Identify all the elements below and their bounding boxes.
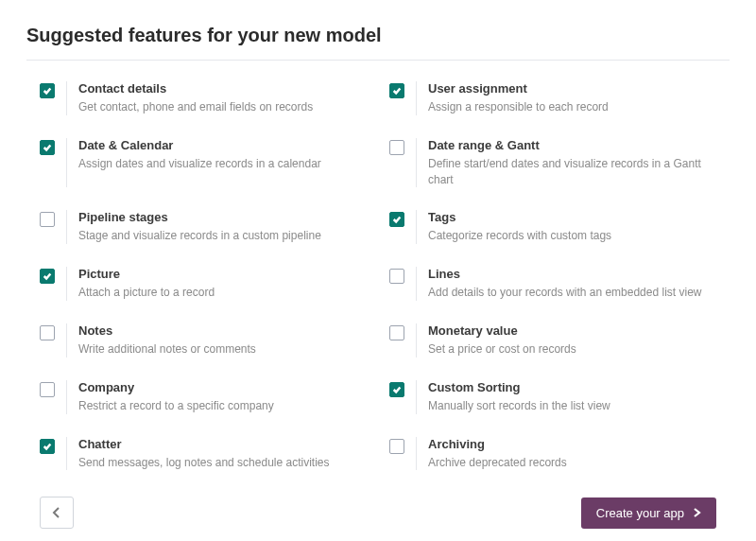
feature-label: Contact details bbox=[78, 81, 367, 96]
page-title: Suggested features for your new model bbox=[26, 25, 730, 46]
feature-text: User assignmentAssign a responsible to e… bbox=[428, 81, 716, 115]
feature-label: Custom Sorting bbox=[428, 380, 716, 394]
feature-desc: Set a price or cost on records bbox=[428, 341, 716, 358]
features-grid: Contact detailsGet contact, phone and em… bbox=[26, 81, 730, 470]
feature-chatter: ChatterSend messages, log notes and sche… bbox=[40, 437, 367, 471]
create-app-button[interactable]: Create your app bbox=[581, 497, 716, 529]
checkbox-user-assignment[interactable] bbox=[389, 83, 404, 98]
checkbox-lines[interactable] bbox=[389, 269, 404, 284]
separator bbox=[416, 380, 417, 414]
checkbox-notes[interactable] bbox=[40, 325, 55, 340]
feature-pipeline-stages: Pipeline stagesStage and visualize recor… bbox=[40, 210, 367, 244]
check-icon bbox=[43, 442, 52, 451]
check-icon bbox=[43, 143, 52, 152]
create-app-label: Create your app bbox=[596, 506, 684, 520]
footer: Create your app bbox=[26, 497, 730, 541]
checkbox-company[interactable] bbox=[40, 382, 55, 397]
feature-notes: NotesWrite additional notes or comments bbox=[40, 323, 367, 358]
checkbox-picture[interactable] bbox=[40, 269, 55, 284]
feature-text: NotesWrite additional notes or comments bbox=[78, 323, 367, 358]
feature-desc: Attach a picture to a record bbox=[78, 285, 367, 301]
feature-desc: Send messages, log notes and schedule ac… bbox=[78, 455, 367, 471]
check-icon bbox=[392, 86, 402, 96]
feature-label: Monetary value bbox=[428, 323, 716, 338]
feature-desc: Assign a responsible to each record bbox=[428, 99, 716, 115]
feature-label: User assignment bbox=[428, 81, 716, 96]
feature-text: Date & CalendarAssign dates and visualiz… bbox=[78, 138, 367, 172]
separator bbox=[416, 323, 417, 358]
feature-text: CompanyRestrict a record to a specific c… bbox=[78, 380, 367, 414]
back-button[interactable] bbox=[40, 497, 74, 529]
feature-desc: Stage and visualize records in a custom … bbox=[78, 228, 367, 244]
feature-text: Contact detailsGet contact, phone and em… bbox=[78, 81, 367, 115]
feature-custom-sorting: Custom SortingManually sort records in t… bbox=[389, 380, 716, 414]
checkbox-date-calendar[interactable] bbox=[40, 140, 55, 155]
feature-user-assignment: User assignmentAssign a responsible to e… bbox=[389, 81, 716, 115]
feature-text: Pipeline stagesStage and visualize recor… bbox=[78, 210, 367, 244]
feature-label: Chatter bbox=[78, 437, 367, 451]
feature-label: Pipeline stages bbox=[78, 210, 367, 224]
divider bbox=[26, 60, 730, 61]
feature-picture: PictureAttach a picture to a record bbox=[40, 267, 367, 301]
feature-desc: Archive deprecated records bbox=[428, 455, 716, 471]
checkbox-chatter[interactable] bbox=[40, 439, 55, 454]
feature-desc: Add details to your records with an embe… bbox=[428, 285, 716, 301]
separator bbox=[416, 437, 417, 471]
separator bbox=[66, 380, 67, 414]
separator bbox=[416, 81, 417, 115]
feature-text: PictureAttach a picture to a record bbox=[78, 267, 367, 301]
feature-date-range-gantt: Date range & GanttDefine start/end dates… bbox=[389, 138, 716, 188]
separator bbox=[416, 267, 417, 301]
feature-text: Custom SortingManually sort records in t… bbox=[428, 380, 716, 414]
separator bbox=[66, 267, 67, 301]
feature-label: Lines bbox=[428, 267, 716, 281]
feature-desc: Define start/end dates and visualize rec… bbox=[428, 156, 716, 188]
chevron-right-icon bbox=[694, 508, 701, 517]
feature-label: Company bbox=[78, 380, 367, 394]
feature-text: ArchivingArchive deprecated records bbox=[428, 437, 716, 471]
feature-desc: Categorize records with custom tags bbox=[428, 228, 716, 244]
feature-monetary-value: Monetary valueSet a price or cost on rec… bbox=[389, 323, 716, 358]
checkbox-tags[interactable] bbox=[389, 212, 404, 227]
checkbox-custom-sorting[interactable] bbox=[389, 382, 404, 397]
feature-text: ChatterSend messages, log notes and sche… bbox=[78, 437, 367, 471]
feature-company: CompanyRestrict a record to a specific c… bbox=[40, 380, 367, 414]
feature-label: Date range & Gantt bbox=[428, 138, 716, 152]
feature-text: Date range & GanttDefine start/end dates… bbox=[428, 138, 716, 188]
feature-label: Notes bbox=[78, 323, 367, 338]
checkbox-archiving[interactable] bbox=[389, 439, 404, 454]
chevron-left-icon bbox=[52, 507, 61, 518]
separator bbox=[66, 138, 67, 188]
feature-label: Picture bbox=[78, 267, 367, 281]
separator bbox=[66, 210, 67, 244]
separator bbox=[66, 81, 67, 115]
check-icon bbox=[43, 271, 52, 281]
feature-contact-details: Contact detailsGet contact, phone and em… bbox=[40, 81, 367, 115]
checkbox-monetary-value[interactable] bbox=[389, 325, 404, 340]
checkbox-pipeline-stages[interactable] bbox=[40, 212, 55, 227]
checkbox-date-range-gantt[interactable] bbox=[389, 140, 404, 155]
feature-desc: Manually sort records in the list view bbox=[428, 398, 716, 414]
separator bbox=[416, 138, 417, 188]
feature-lines: LinesAdd details to your records with an… bbox=[389, 267, 716, 301]
feature-text: LinesAdd details to your records with an… bbox=[428, 267, 716, 301]
feature-desc: Restrict a record to a specific company bbox=[78, 398, 367, 414]
feature-label: Tags bbox=[428, 210, 716, 224]
checkbox-contact-details[interactable] bbox=[40, 83, 55, 98]
feature-archiving: ArchivingArchive deprecated records bbox=[389, 437, 716, 471]
check-icon bbox=[392, 385, 402, 394]
separator bbox=[66, 323, 67, 358]
feature-label: Archiving bbox=[428, 437, 716, 451]
separator bbox=[416, 210, 417, 244]
check-icon bbox=[43, 86, 52, 96]
feature-text: TagsCategorize records with custom tags bbox=[428, 210, 716, 244]
feature-tags: TagsCategorize records with custom tags bbox=[389, 210, 716, 244]
feature-desc: Assign dates and visualize records in a … bbox=[78, 156, 367, 172]
feature-label: Date & Calendar bbox=[78, 138, 367, 152]
feature-text: Monetary valueSet a price or cost on rec… bbox=[428, 323, 716, 358]
separator bbox=[66, 437, 67, 471]
feature-desc: Get contact, phone and email fields on r… bbox=[78, 99, 367, 115]
check-icon bbox=[392, 215, 402, 224]
feature-desc: Write additional notes or comments bbox=[78, 341, 367, 358]
feature-date-calendar: Date & CalendarAssign dates and visualiz… bbox=[40, 138, 367, 188]
